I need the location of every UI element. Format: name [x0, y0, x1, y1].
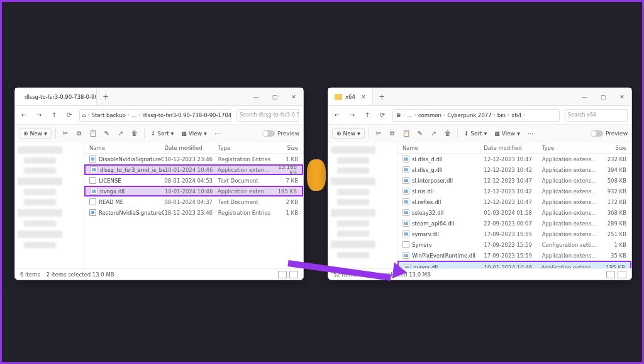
- grid-view-icon[interactable]: [289, 271, 298, 278]
- sidebar[interactable]: [15, 142, 84, 268]
- list-view-icon[interactable]: [278, 271, 287, 278]
- new-button[interactable]: ⊕ New ▾: [19, 128, 52, 139]
- tab-active[interactable]: dlssg-to-fsr3-0.90-738-0-90-1… ×: [15, 88, 97, 105]
- column-headers[interactable]: Name Date modified Type Size: [84, 142, 303, 154]
- crumb-item[interactable]: x64: [511, 112, 521, 118]
- file-name: ssleay32.dll: [412, 210, 443, 216]
- file-row[interactable]: sl.reflex.dll12-12-2023 10:47Application…: [397, 196, 631, 207]
- rename-icon[interactable]: ✎: [414, 128, 426, 139]
- crumb-item[interactable]: bin: [497, 112, 506, 118]
- minimize-button[interactable]: —: [575, 88, 594, 105]
- share-icon[interactable]: ↗: [115, 128, 126, 139]
- rename-icon[interactable]: ✎: [101, 128, 113, 139]
- col-name[interactable]: Name: [402, 145, 484, 151]
- file-date: 12-12-2023 10:42: [484, 188, 541, 195]
- sidebar[interactable]: [328, 142, 397, 268]
- file-type: Application extens…: [542, 231, 600, 237]
- crumb-item[interactable]: common: [418, 112, 441, 118]
- minimize-button[interactable]: —: [247, 88, 265, 105]
- back-button[interactable]: ←: [332, 110, 342, 120]
- file-row[interactable]: WinPixEventRuntime.dll17-09-2023 15:59Ap…: [397, 250, 631, 261]
- file-icon: [402, 241, 409, 248]
- copy-icon[interactable]: ⧉: [74, 128, 85, 139]
- col-date[interactable]: Date modified: [484, 145, 541, 151]
- crumb-item[interactable]: dlssg-to-fsr3-0.90-738-0-90-170486409: [143, 112, 231, 118]
- sort-button[interactable]: ↕ Sort ▾: [148, 130, 177, 137]
- more-icon[interactable]: ⋯: [525, 128, 536, 139]
- cut-icon[interactable]: ✂: [60, 128, 71, 139]
- status-bar: 52 items 2 items selected 13.0 MB: [328, 268, 631, 280]
- refresh-button[interactable]: ⟳: [377, 110, 387, 120]
- col-type[interactable]: Type: [218, 145, 272, 151]
- new-tab-button[interactable]: +: [373, 88, 391, 105]
- col-size[interactable]: Size: [600, 145, 631, 151]
- search-input[interactable]: Search x64: [565, 109, 628, 122]
- file-type: Application extens…: [542, 178, 600, 184]
- preview-toggle[interactable]: Preview: [591, 130, 628, 137]
- close-tab-icon[interactable]: ×: [361, 93, 366, 100]
- maximize-button[interactable]: ▢: [265, 88, 284, 105]
- back-button[interactable]: ←: [19, 110, 29, 120]
- share-icon[interactable]: ↗: [428, 128, 440, 139]
- file-date: 10-01-2024 10:46: [165, 188, 218, 195]
- file-row[interactable]: READ ME08-01-2024 04:37Text Document2 KB: [84, 196, 303, 207]
- file-row[interactable]: nvngx.dll10-01-2024 10:46Application ext…: [84, 186, 303, 196]
- breadcrumb[interactable]: ⌂ › Start backup › … › dlssg-to-fsr3-0.9…: [79, 109, 231, 122]
- file-row[interactable]: sl.dlss_d.dll12-12-2023 10:47Application…: [397, 154, 631, 164]
- close-button[interactable]: ✕: [613, 88, 631, 105]
- list-view-icon[interactable]: [606, 271, 615, 278]
- crumb-item[interactable]: Start backup: [92, 112, 126, 118]
- new-tab-button[interactable]: +: [97, 88, 114, 105]
- col-name[interactable]: Name: [89, 145, 164, 151]
- delete-icon[interactable]: 🗑: [442, 128, 453, 139]
- forward-button[interactable]: →: [347, 110, 357, 120]
- file-date: 01-03-2024 01:58: [484, 210, 541, 216]
- col-date[interactable]: Date modified: [164, 145, 218, 151]
- search-input[interactable]: Search dlssg-to-fsr3-0.90-738: [236, 109, 299, 122]
- file-date: 08-01-2024 04:37: [164, 199, 218, 205]
- file-row[interactable]: ssleay32.dll01-03-2024 01:58Application …: [397, 207, 631, 218]
- refresh-button[interactable]: ⟳: [64, 110, 74, 120]
- file-row[interactable]: sl.nis.dll12-12-2023 10:42Application ex…: [397, 186, 631, 196]
- paste-icon[interactable]: 📋: [401, 128, 412, 139]
- crumb-item[interactable]: Cyberpunk 2077: [447, 112, 492, 118]
- paste-icon[interactable]: 📋: [87, 128, 99, 139]
- file-name: WinPixEventRuntime.dll: [412, 253, 475, 259]
- preview-toggle[interactable]: Preview: [262, 130, 299, 137]
- breadcrumb[interactable]: 🖥 › … › common › Cyberpunk 2077 › bin › …: [392, 109, 560, 122]
- crumb-item[interactable]: …: [131, 112, 137, 118]
- file-date: 12-12-2023 10:42: [484, 167, 541, 173]
- maximize-button[interactable]: ▢: [594, 88, 613, 105]
- pc-icon[interactable]: 🖥: [396, 112, 401, 118]
- file-row[interactable]: symsrv.dll17-09-2023 15:55Application ex…: [397, 229, 631, 239]
- file-row[interactable]: nvngx.dll10-01-2024 10:46Application ext…: [399, 262, 630, 268]
- close-button[interactable]: ✕: [284, 88, 303, 105]
- view-button[interactable]: ▦ View ▾: [492, 130, 522, 137]
- crumb-item[interactable]: …: [407, 112, 413, 118]
- file-row[interactable]: dlssg_to_fsr3_amd_is_better.dll10-01-202…: [84, 164, 303, 175]
- file-row[interactable]: steam_api64.dll22-09-2023 00:07Applicati…: [397, 218, 631, 229]
- col-size[interactable]: Size: [272, 145, 303, 151]
- file-row[interactable]: RestoreNvidiaSignatureChecks18-12-2023 2…: [84, 207, 303, 218]
- up-button[interactable]: ↑: [362, 110, 372, 120]
- col-type[interactable]: Type: [542, 145, 600, 151]
- cut-icon[interactable]: ✂: [373, 128, 384, 139]
- new-button[interactable]: ⊕ New ▾: [332, 128, 365, 139]
- column-headers[interactable]: Name Date modified Type Size: [397, 142, 631, 154]
- more-icon[interactable]: ⋯: [212, 128, 223, 139]
- grid-view-icon[interactable]: [618, 271, 626, 278]
- file-row[interactable]: Symsrv17-09-2023 15:59Configuration sett…: [397, 239, 631, 250]
- copy-icon[interactable]: ⧉: [387, 128, 398, 139]
- up-button[interactable]: ↑: [49, 110, 59, 120]
- file-row[interactable]: DisableNvidiaSignatureChecks18-12-2023 2…: [84, 154, 303, 164]
- file-row[interactable]: sl.interposer.dll12-12-2023 10:47Applica…: [397, 175, 631, 186]
- file-row[interactable]: LICENSE08-01-2024 04:53Text Document7 KB: [84, 175, 303, 186]
- home-icon[interactable]: ⌂: [82, 112, 86, 118]
- file-icon: [91, 188, 97, 195]
- tab-active[interactable]: x64 ×: [328, 88, 373, 105]
- file-row[interactable]: sl.dlss_g.dll12-12-2023 10:42Application…: [397, 164, 631, 175]
- view-button[interactable]: ▦ View ▾: [179, 130, 209, 137]
- sort-button[interactable]: ↕ Sort ▾: [462, 130, 490, 137]
- forward-button[interactable]: →: [34, 110, 44, 120]
- delete-icon[interactable]: 🗑: [129, 128, 140, 139]
